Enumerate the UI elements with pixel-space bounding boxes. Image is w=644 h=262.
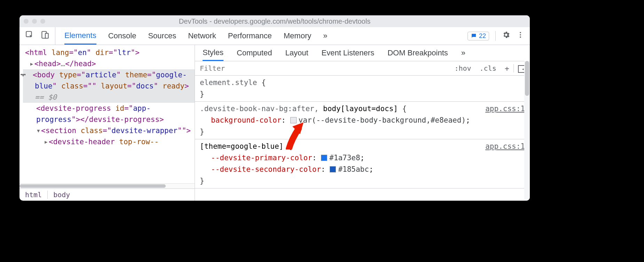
subtab-computed[interactable]: Computed <box>237 45 272 61</box>
style-rule[interactable]: app.css:1.devsite-book-nav-bg:after, bod… <box>195 102 530 139</box>
devtools-window: DevTools - developers.google.com/web/too… <box>19 15 530 201</box>
divider <box>495 31 496 41</box>
dom-node[interactable]: <devsite-header top-row-- <box>23 136 195 147</box>
elements-dom-panel: <html lang="en" dir="ltr"> <head>…</head… <box>19 45 195 201</box>
device-toolbar-icon[interactable] <box>40 30 49 41</box>
dom-node[interactable]: <html lang="en" dir="ltr"> <box>23 47 195 58</box>
styles-subtab-bar: StylesComputedLayoutEvent ListenersDOM B… <box>195 45 530 61</box>
tab-sources[interactable]: Sources <box>148 27 176 45</box>
rule-source-link[interactable]: app.css:1 <box>485 103 525 115</box>
dom-node[interactable]: <devsite-progress id="app-progress"></de… <box>23 103 195 125</box>
dom-horizontal-scrollbar[interactable] <box>19 183 195 188</box>
tab-console[interactable]: Console <box>108 27 136 45</box>
window-titlebar[interactable]: DevTools - developers.google.com/web/too… <box>19 15 530 27</box>
hov-toggle[interactable]: :hov <box>450 64 475 72</box>
dom-tree[interactable]: <html lang="en" dir="ltr"> <head>…</head… <box>19 45 195 183</box>
styles-vertical-scrollbar[interactable] <box>524 61 530 201</box>
cls-toggle[interactable]: .cls <box>476 64 501 72</box>
subtab-dom-breakpoints[interactable]: DOM Breakpoints <box>387 45 448 61</box>
traffic-lights[interactable] <box>24 19 45 24</box>
svg-point-4 <box>520 34 521 36</box>
main-tab-bar: ElementsConsoleSourcesNetworkPerformance… <box>19 27 530 45</box>
dom-node[interactable]: <section class="devsite-wrapper""> <box>23 125 195 136</box>
svg-point-3 <box>520 32 521 33</box>
inspect-element-icon[interactable] <box>25 30 34 41</box>
styles-panel: StylesComputedLayoutEvent ListenersDOM B… <box>195 45 530 201</box>
dom-node[interactable]: <head>…</head> <box>23 58 195 69</box>
tab-memory[interactable]: Memory <box>284 27 311 45</box>
breadcrumb-item[interactable]: body <box>47 191 76 199</box>
style-rule[interactable]: element.style {} <box>195 76 530 102</box>
svg-rect-2 <box>45 33 48 38</box>
subtab-layout[interactable]: Layout <box>285 45 308 61</box>
style-rules-list[interactable]: element.style {}app.css:1.devsite-book-n… <box>195 76 530 201</box>
styles-toolbar: :hov .cls + <box>195 61 530 76</box>
close-dot-icon[interactable] <box>24 19 29 24</box>
style-rule[interactable]: app.css:1[theme=google-blue] {--devsite-… <box>195 139 530 188</box>
svg-point-5 <box>520 37 521 38</box>
styles-filter-input[interactable] <box>195 64 450 72</box>
rule-source-link[interactable]: app.css:1 <box>485 141 525 152</box>
kebab-menu-icon[interactable] <box>517 31 524 41</box>
breadcrumb-item[interactable]: html <box>19 191 47 199</box>
color-swatch-icon[interactable] <box>330 166 336 172</box>
tab-elements[interactable]: Elements <box>64 27 96 45</box>
new-style-rule-button[interactable]: + <box>501 64 513 73</box>
messages-badge[interactable]: 22 <box>468 32 489 40</box>
subtabs-overflow-button[interactable]: » <box>461 45 465 61</box>
tab-performance[interactable]: Performance <box>228 27 272 45</box>
dom-breadcrumb[interactable]: htmlbody <box>19 188 195 201</box>
settings-gear-icon[interactable] <box>502 31 510 41</box>
window-title: DevTools - developers.google.com/web/too… <box>19 17 530 25</box>
color-swatch-icon[interactable] <box>290 117 297 123</box>
dom-node[interactable]: <body type="article" theme="google-blue"… <box>23 69 195 103</box>
tabs-overflow-button[interactable]: » <box>323 27 327 45</box>
zoom-dot-icon[interactable] <box>40 19 45 24</box>
messages-count: 22 <box>479 32 486 40</box>
color-swatch-icon[interactable] <box>321 155 327 161</box>
tab-network[interactable]: Network <box>188 27 216 45</box>
subtab-styles[interactable]: Styles <box>203 45 223 61</box>
minimize-dot-icon[interactable] <box>32 19 37 24</box>
subtab-event-listeners[interactable]: Event Listeners <box>322 45 375 61</box>
